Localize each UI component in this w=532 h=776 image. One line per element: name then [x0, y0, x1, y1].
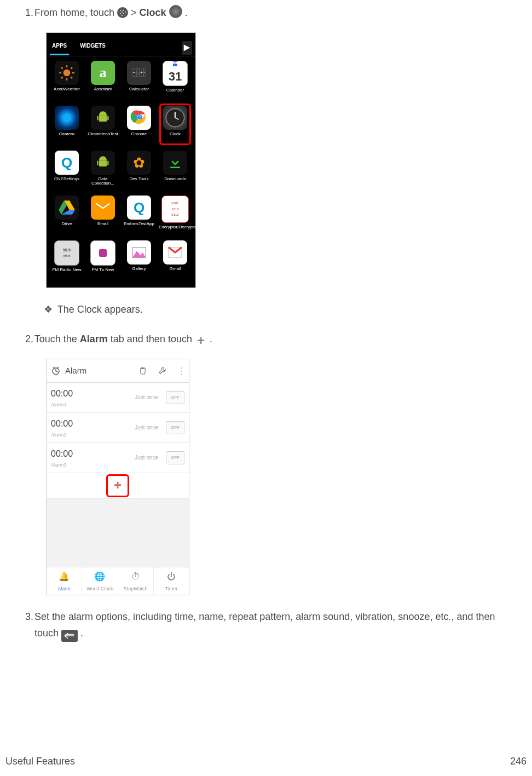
status-bar [47, 33, 195, 41]
app-calculator[interactable]: −=+· Calculator [121, 61, 157, 104]
app-clock[interactable]: Clock [157, 106, 193, 148]
clock-icon [169, 5, 182, 18]
app-fmtx[interactable]: FM Tx New [85, 240, 121, 283]
apps-icon [117, 7, 128, 18]
tab-widgets[interactable]: WIDGETS [78, 41, 108, 55]
app-gallery[interactable]: Gallery [121, 240, 157, 283]
app-datacollection[interactable]: Data Collection... [85, 151, 121, 193]
apps-screenshot: APPS WIDGETS ▶ AccuWeather a Assistant −… [46, 32, 196, 288]
step-text: From home, touch [34, 7, 117, 18]
alarm-label: Alarm [80, 334, 108, 344]
alarm-row[interactable]: 00:00Alarm2 Just once OFF [47, 413, 189, 443]
app-camera[interactable]: Camera [49, 106, 85, 148]
step-number: 3. [5, 608, 32, 625]
svg-rect-21 [107, 160, 108, 165]
step-2: 2. Touch the Alarm tab and then touch + … [5, 331, 527, 595]
step-3: 3. Set the alarm options, including time… [5, 608, 527, 642]
apps-tabs: APPS WIDGETS ▶ [47, 41, 195, 56]
step-1: 1. From home, touch > Clock . APPS WIDGE… [5, 4, 527, 318]
bullet-text: The Clock appears. [57, 304, 143, 315]
svg-point-0 [63, 69, 71, 76]
svg-line-28 [56, 371, 57, 372]
app-gmail[interactable]: Gmail [157, 240, 193, 283]
app-devtools[interactable]: ✿ Dev Tools [121, 151, 157, 193]
tab-apps[interactable]: APPS [50, 41, 69, 55]
app-email[interactable]: Email [85, 196, 121, 238]
app-drive[interactable]: Drive [49, 196, 85, 238]
bottom-tabs: 🔔 Alarm 🌐 World Clock ⏱ StopWatch ⏻ Time… [47, 567, 189, 595]
svg-rect-19 [99, 160, 107, 166]
footer-section: Useful Features [5, 756, 75, 767]
trash-icon[interactable] [138, 366, 148, 376]
tab-stopwatch[interactable]: ⏱ StopWatch [118, 567, 154, 595]
svg-rect-22 [99, 249, 107, 257]
step-text: Touch the [34, 334, 80, 344]
app-downloads[interactable]: Downloads [157, 151, 193, 193]
plus-icon: + [195, 335, 207, 347]
app-assistant[interactable]: a Assistant [85, 61, 121, 104]
step-text: tab and then touch [111, 334, 195, 344]
menu-icon[interactable]: ⋮ [177, 364, 184, 378]
app-encryptor[interactable]: 010110100110 Encryptor/Decryptor [157, 196, 193, 238]
svg-line-8 [71, 67, 73, 69]
step-text: Set the alarm options, including time, n… [34, 611, 495, 639]
app-accuweather[interactable]: AccuWeather [49, 61, 85, 104]
tab-world-clock[interactable]: 🌐 World Clock [82, 567, 118, 595]
alarm-toggle[interactable]: OFF [166, 451, 184, 464]
tab-alarm[interactable]: 🔔 Alarm [47, 567, 82, 595]
step-number: 1. [5, 4, 32, 21]
bullet-icon: ❖ [44, 301, 55, 318]
add-alarm-row[interactable]: + [47, 473, 189, 499]
tab-timer[interactable]: ⏻ Timer [154, 567, 189, 595]
alarm-header: Alarm ⋮ [47, 359, 189, 383]
step-text: . [80, 628, 83, 639]
back-icon [61, 630, 78, 642]
app-cnesettings[interactable]: Q CNESettings [49, 151, 85, 193]
svg-line-6 [71, 77, 73, 78]
alarm-screenshot: Alarm ⋮ 00:00Alarm1 Just once OFF 00:00A… [46, 359, 189, 595]
clock-label: Clock [140, 7, 166, 18]
alarm-row[interactable]: 00:00Alarm1 Just once OFF [47, 383, 189, 413]
svg-line-5 [61, 67, 63, 69]
footer-page: 246 [510, 756, 527, 767]
alarm-toggle[interactable]: OFF [166, 421, 184, 434]
globe-icon: 🌐 [94, 569, 105, 584]
svg-rect-10 [97, 116, 99, 120]
play-store-icon[interactable]: ▶ [182, 41, 192, 55]
step-number: 2. [5, 331, 32, 348]
add-alarm-button[interactable]: + [106, 474, 129, 497]
app-embms[interactable]: Q EmbmsTestApp [121, 196, 157, 238]
svg-line-7 [61, 77, 63, 78]
wrench-icon[interactable] [158, 366, 167, 376]
step-text: > [131, 7, 140, 18]
clock-icon [51, 366, 61, 376]
alarm-row[interactable]: 00:00Alarm3 Just once OFF [47, 443, 189, 473]
alarm-toggle[interactable]: OFF [166, 391, 184, 404]
svg-rect-11 [107, 116, 108, 120]
app-fmradio[interactable]: 90.9MHz FM Radio New [49, 240, 85, 283]
page-footer: Useful Features 246 [5, 756, 527, 767]
app-chrome[interactable]: Chrome [121, 106, 157, 148]
step-text: . [210, 334, 212, 344]
alarm-title: Alarm [65, 364, 86, 378]
svg-point-15 [137, 116, 141, 119]
result-bullet: ❖ The Clock appears. [5, 301, 527, 318]
bell-icon: 🔔 [59, 569, 70, 584]
svg-rect-9 [99, 116, 107, 122]
svg-rect-20 [97, 160, 99, 165]
app-chameleon[interactable]: ChameleonTest [85, 106, 121, 148]
timer-icon: ⏻ [167, 569, 176, 584]
app-calendar[interactable]: ■■ 31 Calendar [157, 61, 193, 104]
stopwatch-icon: ⏱ [131, 569, 140, 584]
step-text: . [185, 7, 188, 18]
